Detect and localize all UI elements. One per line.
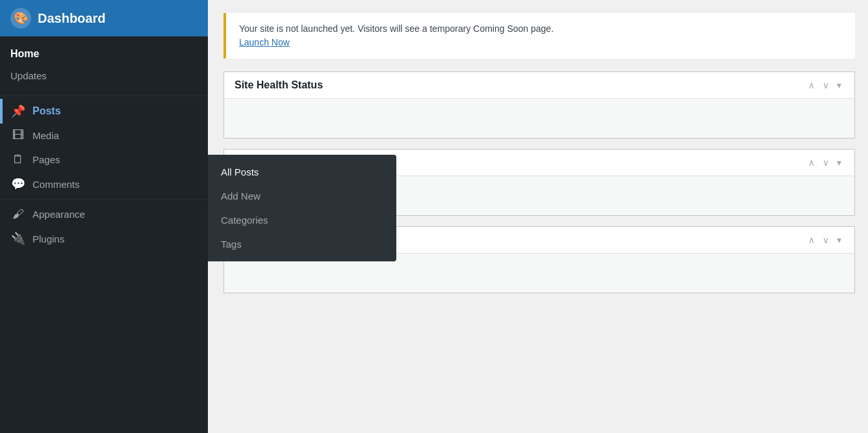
home-label: Home (10, 48, 39, 60)
widget-site-health: Site Health Status ∧ ∨ ▾ (223, 72, 855, 138)
widget-site-health-header: Site Health Status ∧ ∨ ▾ (224, 72, 854, 99)
widget-dropdown-btn[interactable]: ▾ (834, 79, 844, 92)
flyout-tags[interactable]: Tags (208, 232, 396, 256)
sidebar-item-updates[interactable]: Updates (0, 66, 208, 88)
widget-3-collapse-down-btn[interactable]: ∨ (820, 233, 832, 246)
widget-2-collapse-down-btn[interactable]: ∨ (820, 156, 832, 169)
widget-site-health-title: Site Health Status (235, 79, 323, 91)
sidebar-item-posts[interactable]: 📌 Posts (0, 99, 208, 124)
posts-icon: 📌 (10, 104, 26, 118)
comments-icon: 💬 (10, 177, 26, 191)
widget-3-controls: ∧ ∨ ▾ (806, 233, 844, 246)
widget-3-collapse-up-btn[interactable]: ∧ (806, 233, 817, 246)
sidebar-item-media[interactable]: 🎞 Media (0, 124, 208, 148)
updates-label: Updates (10, 70, 47, 81)
widget-collapse-down-btn[interactable]: ∨ (820, 79, 832, 92)
notice-banner: Your site is not launched yet. Visitors … (223, 13, 855, 59)
dashboard-title: Dashboard (38, 11, 105, 26)
sidebar-divider-2 (0, 199, 208, 200)
widget-2-dropdown-btn[interactable]: ▾ (834, 156, 844, 169)
widget-2-controls: ∧ ∨ ▾ (806, 156, 844, 169)
media-label: Media (32, 130, 59, 141)
widget-site-health-body (224, 99, 854, 138)
posts-label: Posts (32, 105, 61, 117)
flyout-add-new[interactable]: Add New (208, 184, 396, 208)
sidebar-item-comments[interactable]: 💬 Comments (0, 172, 208, 196)
appearance-icon: 🖌 (10, 207, 26, 221)
sidebar: 🎨 Dashboard Home Updates 📌 Posts 🎞 Media… (0, 0, 208, 433)
sidebar-home-section: Home Updates (0, 36, 208, 93)
pages-label: Pages (32, 154, 60, 165)
flyout-all-posts[interactable]: All Posts (208, 160, 396, 184)
launch-now-link[interactable]: Launch Now (239, 37, 290, 47)
comments-label: Comments (32, 179, 80, 190)
sidebar-item-home[interactable]: Home (0, 42, 208, 66)
dashboard-icon: 🎨 (10, 8, 31, 29)
appearance-label: Appearance (32, 209, 85, 220)
plugins-icon: 🔌 (10, 231, 26, 246)
sidebar-item-appearance[interactable]: 🖌 Appearance (0, 202, 208, 226)
widget-site-health-controls: ∧ ∨ ▾ (806, 79, 844, 92)
sidebar-divider-1 (0, 96, 208, 96)
sidebar-item-pages[interactable]: 🗒 Pages (0, 148, 208, 172)
sidebar-item-plugins[interactable]: 🔌 Plugins (0, 226, 208, 251)
plugins-label: Plugins (32, 233, 64, 244)
widget-3-dropdown-btn[interactable]: ▾ (834, 233, 844, 246)
notice-text: Your site is not launched yet. Visitors … (239, 23, 554, 34)
pages-icon: 🗒 (10, 153, 26, 166)
widget-2-collapse-up-btn[interactable]: ∧ (806, 156, 817, 169)
posts-flyout-menu: All Posts Add New Categories Tags (208, 155, 396, 261)
media-icon: 🎞 (10, 129, 26, 142)
flyout-categories[interactable]: Categories (208, 208, 396, 232)
widget-collapse-up-btn[interactable]: ∧ (806, 79, 817, 92)
sidebar-header[interactable]: 🎨 Dashboard (0, 0, 208, 36)
